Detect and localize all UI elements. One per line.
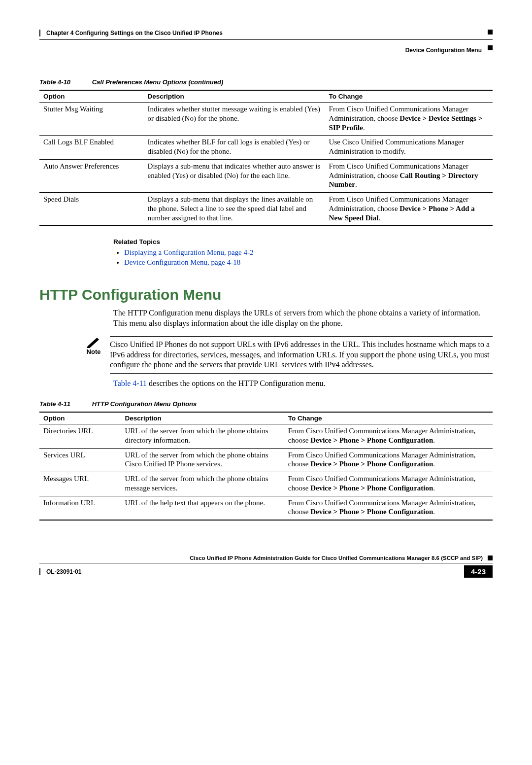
cell-to-change: From Cisco Unified Communications Manage… <box>284 472 493 496</box>
chapter-title: Chapter 4 Configuring Settings on the Ci… <box>46 30 223 36</box>
table-row: Stutter Msg WaitingIndicates whether stu… <box>39 103 493 136</box>
table-lead-in: Table 4-11 describes the options on the … <box>113 379 493 388</box>
note-icon: Note <box>86 336 101 355</box>
cell-to-change: From Cisco Unified Communications Manage… <box>325 193 493 226</box>
cell-option: Stutter Msg Waiting <box>39 103 144 136</box>
crop-mark-icon <box>488 30 493 35</box>
lead-in-text: describes the options on the HTTP Config… <box>147 379 325 387</box>
table-row: Directories URLURL of the server from wh… <box>39 424 493 449</box>
col-option: Option <box>39 90 144 103</box>
cell-description: Displays a sub-menu that displays the li… <box>144 193 325 226</box>
related-heading: Related Topics <box>113 238 493 245</box>
header-rule <box>39 39 493 40</box>
crop-mark-icon <box>488 556 493 560</box>
crop-mark-icon <box>488 45 493 50</box>
cell-to-change: From Cisco Unified Communications Manage… <box>325 159 493 192</box>
col-description: Description <box>144 90 325 103</box>
intro-paragraph: The HTTP Configuration menu displays the… <box>113 308 493 328</box>
table-title: Call Preferences Menu Options (continued… <box>92 78 224 86</box>
table-row: Call Logs BLF EnabledIndicates whether B… <box>39 136 493 160</box>
table-row: Speed DialsDisplays a sub-menu that disp… <box>39 193 493 226</box>
related-link[interactable]: Displaying a Configuration Menu, page 4-… <box>124 248 253 256</box>
call-preferences-table: Option Description To Change Stutter Msg… <box>39 90 493 226</box>
table-header-row: Option Description To Change <box>39 412 493 424</box>
cell-option: Messages URL <box>39 472 121 496</box>
related-list: Displaying a Configuration Menu, page 4-… <box>113 248 493 267</box>
page-footer: Cisco Unified IP Phone Administration Gu… <box>39 555 493 578</box>
cell-description: URL of the server from which the phone o… <box>121 424 284 449</box>
related-link[interactable]: Device Configuration Menu, page 4-18 <box>124 258 240 266</box>
crop-rule-icon <box>39 568 40 575</box>
table-row: Auto Answer PreferencesDisplays a sub-me… <box>39 159 493 192</box>
cell-to-change: From Cisco Unified Communications Manage… <box>284 424 493 449</box>
cell-option: Speed Dials <box>39 193 144 226</box>
table-number: Table 4-11 <box>39 400 70 408</box>
cell-to-change: From Cisco Unified Communications Manage… <box>284 448 493 472</box>
table-caption: Table 4-11 HTTP Configuration Menu Optio… <box>39 400 493 408</box>
cell-description: Indicates whether BLF for call logs is e… <box>144 136 325 160</box>
cell-description: Indicates whether stutter message waitin… <box>144 103 325 136</box>
cell-description: URL of the server from which the phone o… <box>121 448 284 472</box>
doc-id: OL-23091-01 <box>46 568 81 575</box>
related-topics: Related Topics Displaying a Configuratio… <box>113 238 493 267</box>
col-option: Option <box>39 412 121 424</box>
table-caption: Table 4-10 Call Preferences Menu Options… <box>39 78 493 86</box>
cell-to-change: From Cisco Unified Communications Manage… <box>284 496 493 520</box>
cell-option: Auto Answer Preferences <box>39 159 144 192</box>
cell-option: Information URL <box>39 496 121 520</box>
table-xref-link[interactable]: Table 4-11 <box>113 379 147 387</box>
list-item: Device Configuration Menu, page 4-18 <box>124 258 493 267</box>
running-header: Chapter 4 Configuring Settings on the Ci… <box>39 30 493 36</box>
note-block: Note Cisco Unified IP Phones do not supp… <box>86 336 493 373</box>
footer-rule <box>39 563 493 563</box>
table-row: Information URLURL of the help text that… <box>39 496 493 520</box>
section-heading: HTTP Configuration Menu <box>39 286 493 303</box>
section-title: Device Configuration Menu <box>405 47 482 54</box>
cell-option: Directories URL <box>39 424 121 449</box>
note-label: Note <box>87 348 101 355</box>
col-to-change: To Change <box>284 412 493 424</box>
note-rule-bottom <box>110 373 493 374</box>
crop-rule-icon <box>39 30 40 36</box>
table-header-row: Option Description To Change <box>39 90 493 103</box>
col-to-change: To Change <box>325 90 493 103</box>
cell-description: URL of the help text that appears on the… <box>121 496 284 520</box>
table-row: Messages URLURL of the server from which… <box>39 472 493 496</box>
cell-option: Services URL <box>39 448 121 472</box>
page-number: 4-23 <box>464 565 493 578</box>
guide-title: Cisco Unified IP Phone Administration Gu… <box>190 555 483 561</box>
col-description: Description <box>121 412 284 424</box>
cell-to-change: Use Cisco Unified Communications Manager… <box>325 136 493 160</box>
note-text: Cisco Unified IP Phones do not support U… <box>110 340 490 369</box>
list-item: Displaying a Configuration Menu, page 4-… <box>124 248 493 257</box>
page: Chapter 4 Configuring Settings on the Ci… <box>0 0 532 597</box>
table-number: Table 4-10 <box>39 78 70 86</box>
cell-to-change: From Cisco Unified Communications Manage… <box>325 103 493 136</box>
http-config-table: Option Description To Change Directories… <box>39 412 493 521</box>
note-rule-top <box>110 336 493 337</box>
table-title: HTTP Configuration Menu Options <box>92 400 197 408</box>
cell-description: URL of the server from which the phone o… <box>121 472 284 496</box>
cell-description: Displays a sub-menu that indicates wheth… <box>144 159 325 192</box>
table-row: Services URLURL of the server from which… <box>39 448 493 472</box>
cell-option: Call Logs BLF Enabled <box>39 136 144 160</box>
